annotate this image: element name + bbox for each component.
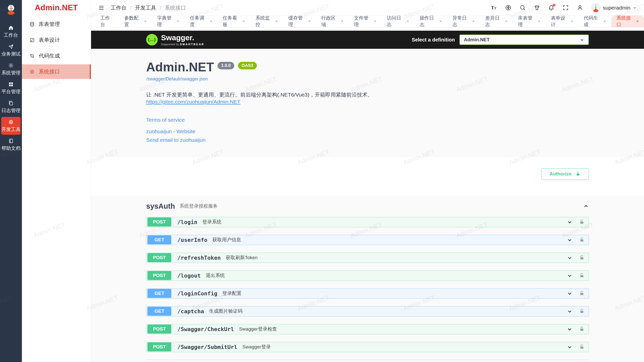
rail-item-log-mgmt[interactable]: 日志管理 [1, 98, 21, 116]
tab[interactable]: 表单设计 × [546, 15, 578, 27]
swagger-topbar: {…} Swagger. Supported by SMARTBEAR Sele… [91, 31, 644, 49]
lock-icon[interactable] [579, 273, 585, 278]
tab[interactable]: 字典管理 × [152, 15, 185, 27]
rail-item-workbench[interactable]: 工作台 [1, 23, 21, 40]
search-icon[interactable] [519, 5, 526, 11]
tab-close-icon[interactable]: × [341, 19, 343, 24]
tab-close-icon[interactable]: × [243, 19, 245, 24]
notifications-icon[interactable] [548, 5, 554, 11]
tab[interactable]: 访问日志 × [382, 15, 414, 27]
font-size-icon[interactable]: TT [491, 5, 497, 11]
tab-close-icon[interactable]: × [308, 19, 311, 24]
tab-close-icon[interactable]: × [571, 19, 573, 24]
app-logo-avatar[interactable] [5, 3, 17, 16]
rail-item-system-mgmt[interactable]: 系统管理 [1, 60, 21, 78]
tab[interactable]: 参数配置 × [119, 15, 152, 27]
rail-item-biz-test[interactable]: 业务测试 [1, 41, 21, 59]
tab[interactable]: 文件管理 × [349, 15, 381, 27]
tab-close-icon[interactable]: × [538, 19, 540, 24]
collapse-menu-icon[interactable] [98, 5, 105, 11]
tab[interactable]: 任务看板 × [217, 15, 250, 27]
authorize-button[interactable]: Authorize [541, 168, 589, 179]
tab-close-icon[interactable]: × [144, 19, 147, 24]
tab[interactable]: 操作日志 × [414, 15, 447, 27]
breadcrumb-item[interactable]: 开发工具 [135, 4, 156, 11]
tab[interactable]: 行政区域 × [316, 15, 349, 27]
chevron-up-icon[interactable] [583, 203, 589, 209]
user-menu[interactable]: superadmin [591, 3, 637, 12]
breadcrumb-item[interactable]: 工作台 [111, 4, 127, 11]
tab-close-icon[interactable]: × [472, 19, 475, 24]
rail-item-help-docs[interactable]: 帮助文档 [1, 136, 21, 154]
sidebar-item-code-gen[interactable]: 代码生成 [22, 49, 91, 63]
endpoint-row[interactable]: POST /Swagger/SubmitUrl Swagger登录 [146, 342, 589, 352]
email-link[interactable]: Send email to zuohuaijun [146, 137, 589, 143]
endpoint-row[interactable]: GET /userInfo 获取用户信息 [146, 235, 589, 245]
expand-chevron-icon[interactable] [567, 326, 573, 332]
definition-select[interactable]: Admin.NET [459, 34, 589, 45]
endpoint-row[interactable]: POST /logout 退出系统 [146, 270, 589, 281]
expand-chevron-icon[interactable] [567, 219, 573, 225]
sidebar-logo-text: Admin.NET [22, 0, 91, 16]
endpoint-row[interactable]: POST /login 登录系统 [146, 217, 589, 227]
endpoint-row[interactable]: GET /captcha 生成图片验证码 [146, 306, 589, 316]
tab-close-icon[interactable]: × [636, 19, 639, 24]
lock-icon[interactable] [579, 237, 585, 243]
sidebar-item-label: 库表管理 [39, 21, 60, 28]
repo-link[interactable]: https://gitee.com/zuohuaijun/Admin.NET [146, 99, 240, 105]
tab[interactable]: 代码生成 × [578, 15, 611, 27]
endpoint-row[interactable]: GET /loginConfig 登录配置 [146, 288, 589, 299]
sidebar-item-system-api[interactable]: 系统接口 [22, 64, 91, 79]
sidebar-item-db-tables[interactable]: 库表管理 [22, 17, 91, 31]
tab-close-icon[interactable]: × [177, 19, 179, 24]
tab[interactable]: 异常日志 × [447, 15, 480, 27]
profile-icon[interactable] [577, 5, 583, 11]
endpoint-path: /Swagger/CheckUrl [177, 326, 234, 332]
language-icon[interactable] [505, 5, 511, 11]
tab[interactable]: 系统监控 × [250, 15, 283, 27]
theme-icon[interactable] [534, 5, 540, 11]
tag-section-sysauth[interactable]: sysAuth 系统登录授权服务 [146, 196, 589, 217]
lock-icon[interactable] [579, 219, 585, 225]
rail-item-platform-mgmt[interactable]: 平台管理 [1, 79, 21, 97]
endpoint-row[interactable]: POST /refreshToken 获取刷新Token [146, 253, 589, 263]
tab[interactable]: 缓存管理 × [283, 15, 316, 27]
page-tabs: 工作台 × 参数配置 × 字典管理 × 任务调度 × 任务看板 × 系统监控 ×… [91, 16, 644, 28]
rail-item-dev-tools[interactable]: 开发工具 [1, 117, 21, 135]
tab-close-icon[interactable]: × [407, 19, 409, 24]
tab[interactable]: 任务调度 × [185, 15, 217, 27]
tab[interactable]: 系统接口 × [611, 15, 644, 27]
tab-close-icon[interactable]: × [275, 19, 278, 24]
expand-chevron-icon[interactable] [567, 255, 573, 261]
tab-close-icon[interactable]: × [603, 19, 606, 24]
lock-icon[interactable] [579, 255, 585, 260]
expand-chevron-icon[interactable] [567, 344, 573, 350]
tab-close-icon[interactable]: × [374, 19, 376, 24]
expand-chevron-icon[interactable] [567, 291, 573, 296]
tag-section-sysuser[interactable]: sysUser 系统用户服务 [146, 360, 589, 362]
spec-url-link[interactable]: /swagger/Default/swagger.json [146, 76, 208, 82]
tab-close-icon[interactable]: × [505, 19, 507, 24]
lock-icon[interactable] [579, 326, 585, 332]
endpoint-row[interactable]: POST /Swagger/CheckUrl Swagger登录检查 [146, 324, 589, 334]
sidebar-item-form-design[interactable]: 表单设计 [22, 33, 91, 47]
tab-label: 文件管理 [354, 15, 372, 28]
lock-icon[interactable] [579, 291, 585, 296]
terms-link[interactable]: Terms of service [146, 117, 589, 123]
lock-icon[interactable] [579, 308, 585, 314]
website-link[interactable]: zuohuaijun - Website [146, 128, 589, 134]
expand-chevron-icon[interactable] [567, 308, 573, 314]
book-icon [8, 138, 14, 144]
lock-icon[interactable] [579, 344, 585, 350]
tab-close-icon[interactable]: × [439, 19, 442, 24]
expand-chevron-icon[interactable] [567, 237, 573, 243]
tab[interactable]: 库表管理 × [513, 15, 545, 27]
fullscreen-icon[interactable] [562, 5, 569, 11]
endpoint-description: 登录系统 [202, 219, 221, 225]
tab-label: 系统接口 [617, 15, 634, 28]
tab[interactable]: 差异日志 × [480, 15, 513, 27]
rail-item-label: 开发工具 [2, 126, 21, 133]
expand-chevron-icon[interactable] [567, 273, 573, 279]
tab[interactable]: 工作台 × [95, 15, 119, 27]
tab-close-icon[interactable]: × [210, 19, 212, 24]
